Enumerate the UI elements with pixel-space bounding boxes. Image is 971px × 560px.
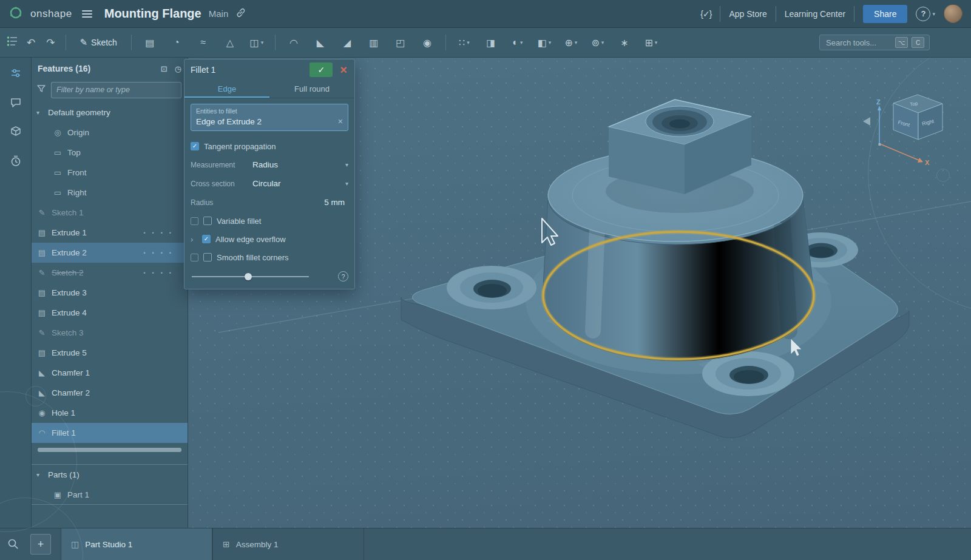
- feature-row-top[interactable]: ▭Top: [32, 143, 188, 163]
- chevron-down-icon[interactable]: ▾: [655, 39, 658, 46]
- sketch-button[interactable]: ✎ Sketch: [73, 34, 124, 51]
- tab-part-studio-1[interactable]: ◫Part Studio 1: [61, 528, 212, 560]
- allow-edge-overflow-checkbox[interactable]: ✓: [202, 235, 211, 243]
- tangent-propagation-checkbox[interactable]: ✓: [191, 142, 199, 150]
- fillet-tool-button[interactable]: ◠: [282, 33, 305, 52]
- cross-section-dropdown[interactable]: Cross section Circular ▾: [191, 174, 348, 193]
- cancel-button[interactable]: ×: [339, 64, 348, 76]
- thicken-tool-button[interactable]: ◫▾: [245, 33, 268, 52]
- app-store-link[interactable]: App Store: [729, 9, 766, 19]
- feature-row-extrude-1[interactable]: ▤Extrude 1••••: [32, 223, 188, 243]
- tab-edge[interactable]: Edge: [184, 80, 269, 98]
- search-tools-box[interactable]: ⌥ C: [819, 35, 930, 50]
- document-menu-icon[interactable]: [80, 8, 95, 20]
- insert-feature-tool-button[interactable]: ⊞▾: [640, 33, 663, 52]
- chevron-down-icon[interactable]: ▾: [575, 39, 578, 46]
- versions-icon[interactable]: {✓}: [700, 9, 711, 19]
- rib-tool-button[interactable]: ▥: [362, 33, 385, 52]
- share-button[interactable]: Share: [863, 5, 907, 23]
- feature-row-default-geometry[interactable]: ▾Default geometry: [32, 103, 188, 123]
- feature-row-right[interactable]: ▭Right: [32, 183, 188, 203]
- offset-surface-tool-button[interactable]: ⊚▾: [586, 33, 609, 52]
- feature-row-part-1[interactable]: ▣Part 1: [32, 485, 188, 505]
- mirror-tool-button[interactable]: ◨: [479, 33, 502, 52]
- feature-list-icon[interactable]: [6, 35, 19, 50]
- configurations-icon[interactable]: [10, 67, 22, 82]
- chevron-down-icon[interactable]: ▾: [601, 39, 604, 46]
- add-tab-button[interactable]: +: [30, 534, 51, 555]
- chevron-down-icon[interactable]: ▾: [36, 109, 44, 116]
- learning-center-link[interactable]: Learning Center: [785, 9, 845, 19]
- boolean-tool-button[interactable]: ◐▾: [506, 33, 529, 52]
- feature-filter-input[interactable]: [51, 82, 181, 98]
- revolve-tool-button[interactable]: ◔: [165, 33, 188, 52]
- allow-edge-overflow-row[interactable]: › ✓ Allow edge overflow: [191, 230, 348, 248]
- modify-fillet-tool-button[interactable]: ∗: [613, 33, 636, 52]
- slider-thumb[interactable]: [245, 273, 252, 280]
- filter-icon[interactable]: [36, 84, 46, 96]
- appearance-icon[interactable]: [10, 126, 22, 140]
- square-boss[interactable]: [606, 100, 754, 213]
- smooth-fillet-corners-checkbox[interactable]: [203, 253, 212, 261]
- feature-row-chamfer-1[interactable]: ◣Chamfer 1: [32, 363, 188, 383]
- chevron-down-icon[interactable]: ▾: [520, 39, 523, 46]
- view-cube[interactable]: Top Front Right: [863, 95, 942, 140]
- feature-row-extrude-5[interactable]: ▤Extrude 5: [32, 343, 188, 363]
- feature-row-hole-1[interactable]: ◉Hole 1: [32, 403, 188, 423]
- history-icon[interactable]: [10, 155, 22, 169]
- mounting-hole-left[interactable]: [447, 266, 536, 309]
- redo-button[interactable]: ↷: [42, 34, 58, 52]
- feature-row-extrude-4[interactable]: ▤Extrude 4: [32, 303, 188, 323]
- tab-assembly-1[interactable]: ⊞Assembly 1: [212, 528, 364, 560]
- chevron-down-icon[interactable]: ▾: [549, 39, 552, 46]
- tab-full-round[interactable]: Full round: [269, 80, 354, 98]
- linear-pattern-tool-button[interactable]: ∷▾: [453, 33, 476, 52]
- shell-tool-button[interactable]: ◰: [389, 33, 412, 52]
- feature-row-extrude-3[interactable]: ▤Extrude 3: [32, 283, 188, 303]
- variable-fillet-row[interactable]: Variable fillet: [191, 212, 348, 230]
- comments-icon[interactable]: [10, 96, 22, 111]
- view-cube-rotate-arrow[interactable]: [863, 117, 870, 126]
- undo-button[interactable]: ↶: [23, 34, 39, 52]
- chevron-down-icon[interactable]: ▾: [467, 39, 470, 46]
- radius-input-row[interactable]: Radius 5 mm: [191, 193, 348, 212]
- tangent-propagation-row[interactable]: ✓ Tangent propagation: [191, 137, 348, 155]
- rollback-history-icon[interactable]: ◷: [175, 64, 181, 73]
- rollback-bar[interactable]: [38, 448, 181, 452]
- draft-tool-button[interactable]: ◢: [336, 33, 359, 52]
- entities-to-fillet-field[interactable]: Entities to fillet Edge of Extrude 2 ×: [191, 104, 348, 131]
- feature-row-fillet-1[interactable]: ◠Fillet 1: [32, 423, 188, 443]
- chevron-down-icon[interactable]: ▾: [36, 471, 44, 478]
- feature-row-chamfer-2[interactable]: ◣Chamfer 2: [32, 383, 188, 403]
- fillet-preview-slider[interactable]: [191, 272, 332, 281]
- share-link-icon[interactable]: [235, 7, 246, 21]
- user-avatar[interactable]: [944, 4, 963, 23]
- search-tools-input[interactable]: [825, 38, 891, 48]
- tab-search-icon[interactable]: [0, 528, 27, 560]
- split-tool-button[interactable]: ◧▾: [533, 33, 556, 52]
- radius-input[interactable]: 5 mm: [324, 198, 348, 207]
- sweep-tool-button[interactable]: ≈: [192, 33, 215, 52]
- feature-row-parts-group[interactable]: ▾ Parts (1): [32, 465, 188, 485]
- feature-row-extrude-2[interactable]: ▤Extrude 2••••: [32, 243, 188, 263]
- help-icon[interactable]: ?: [916, 7, 930, 21]
- help-menu[interactable]: ? ▾: [916, 7, 935, 21]
- loft-tool-button[interactable]: △: [218, 33, 242, 52]
- panel-options-icon[interactable]: ⊡: [161, 64, 167, 73]
- feature-row-front[interactable]: ▭Front: [32, 163, 188, 183]
- confirm-button[interactable]: ✓: [310, 62, 333, 77]
- dialog-help-icon[interactable]: ?: [338, 271, 348, 282]
- dialog-header[interactable]: Fillet 1 ✓ ×: [184, 59, 354, 80]
- transform-tool-button[interactable]: ⊕▾: [560, 33, 583, 52]
- expander-icon[interactable]: ›: [191, 235, 197, 244]
- measurement-dropdown[interactable]: Measurement Radius ▾: [191, 155, 348, 174]
- feature-row-sketch-3[interactable]: ✎Sketch 3: [32, 323, 188, 343]
- extrude-tool-button[interactable]: ▤: [138, 33, 161, 52]
- hole-tool-button[interactable]: ◉: [416, 33, 439, 52]
- remove-entity-icon[interactable]: ×: [338, 116, 343, 126]
- feature-row-sketch-2[interactable]: ✎Sketch 2••••: [32, 263, 188, 283]
- chevron-down-icon[interactable]: ▾: [261, 39, 264, 46]
- chamfer-tool-button[interactable]: ◣: [309, 33, 332, 52]
- workspace-name[interactable]: Main: [209, 8, 229, 19]
- feature-row-origin[interactable]: ◎Origin: [32, 123, 188, 143]
